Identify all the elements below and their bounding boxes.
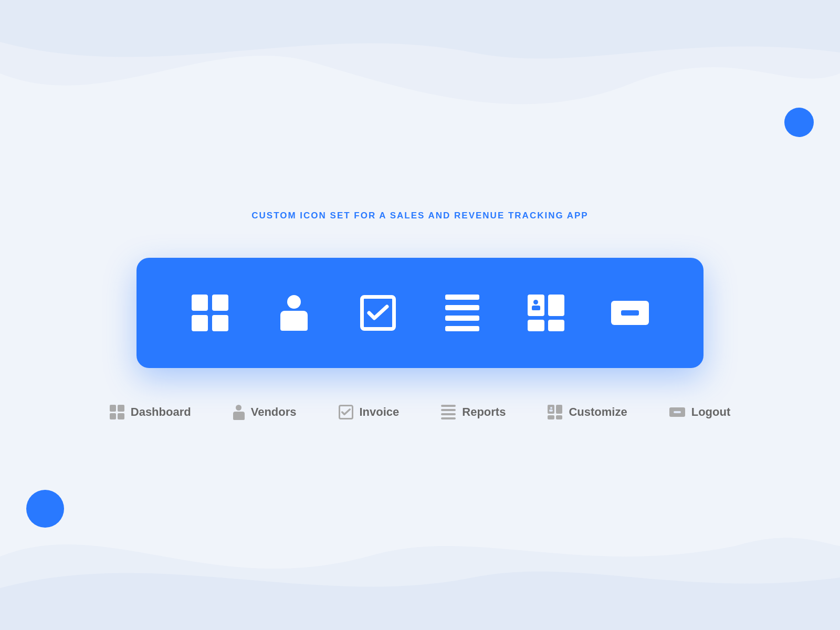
s-grid-cell-4 (118, 413, 124, 420)
nav-label-vendors: Vendors (251, 405, 297, 419)
nav-item-vendors[interactable]: Vendors (233, 405, 297, 420)
main-content: Custom Icon Set for a Sales and Revenue … (0, 0, 840, 630)
customize-icon-large[interactable] (504, 295, 588, 331)
vendors-icon-large[interactable] (252, 295, 336, 331)
person-body-tiny (549, 410, 553, 412)
nav-bar: Dashboard Vendors Invoice (110, 405, 730, 420)
logout-icon-large[interactable] (588, 301, 672, 325)
vendor-person-icon (280, 295, 308, 331)
dashboard-grid-icon (192, 295, 228, 331)
customize-cell-person (528, 295, 544, 317)
s-report-line-2 (441, 409, 456, 411)
report-line-2 (445, 305, 479, 310)
customize-cell-4 (548, 320, 565, 331)
customize-icon-small (548, 405, 562, 419)
nav-item-dashboard[interactable]: Dashboard (110, 405, 191, 419)
vendors-icon-small (233, 405, 245, 420)
s-report-line-3 (441, 413, 456, 415)
icon-bar (136, 258, 704, 368)
customize-grid-icon (528, 295, 564, 331)
dashboard-icon-small (110, 405, 124, 419)
grid-cell-2 (212, 295, 228, 311)
s-customize-cell-2 (556, 405, 563, 414)
logout-icon-small (669, 407, 685, 417)
reports-icon-large[interactable] (420, 295, 504, 331)
customize-cell-2 (548, 295, 565, 317)
logout-minus-small (674, 411, 681, 413)
nav-label-invoice: Invoice (360, 405, 400, 419)
s-grid-cell-3 (110, 413, 117, 420)
nav-label-dashboard: Dashboard (131, 405, 191, 419)
nav-label-reports: Reports (462, 405, 506, 419)
customize-cell-3 (528, 320, 544, 331)
person-head-tiny (550, 407, 552, 409)
s-grid-cell-1 (110, 405, 117, 412)
s-grid-cell-2 (118, 405, 124, 412)
reports-icon-small (441, 405, 456, 419)
reports-lines-icon (445, 295, 479, 331)
vendor-body-small (233, 412, 245, 420)
person-body-mini (532, 306, 540, 310)
logout-box (611, 301, 649, 325)
checkmark-svg (367, 304, 389, 321)
checkmark-svg-small (341, 408, 351, 416)
s-customize-cell-3 (548, 415, 554, 419)
nav-label-customize: Customize (569, 405, 627, 419)
logout-minus (621, 310, 639, 316)
nav-item-reports[interactable]: Reports (441, 405, 506, 419)
nav-item-logout[interactable]: Logout (669, 405, 731, 419)
report-line-3 (445, 316, 479, 321)
page-title: Custom Icon Set for a Sales and Revenue … (251, 211, 588, 221)
nav-label-logout: Logout (691, 405, 731, 419)
vendor-head-small (236, 405, 242, 411)
s-customize-cell-4 (556, 415, 563, 419)
s-report-line-1 (441, 405, 456, 407)
grid-cell-3 (192, 315, 208, 331)
vendor-body (280, 311, 308, 331)
report-line-1 (445, 295, 479, 300)
invoice-icon-large[interactable] (336, 295, 420, 331)
vendor-head (287, 295, 301, 309)
grid-cell-4 (212, 315, 228, 331)
invoice-icon-small (339, 405, 353, 419)
grid-cell-1 (192, 295, 208, 311)
invoice-checkbox (360, 295, 396, 331)
nav-item-customize[interactable]: Customize (548, 405, 627, 419)
person-head-mini (533, 300, 538, 304)
s-customize-cell-person (548, 405, 554, 414)
report-line-4 (445, 326, 479, 331)
nav-item-invoice[interactable]: Invoice (339, 405, 400, 419)
dashboard-icon-large[interactable] (168, 295, 252, 331)
s-report-line-4 (441, 417, 456, 419)
